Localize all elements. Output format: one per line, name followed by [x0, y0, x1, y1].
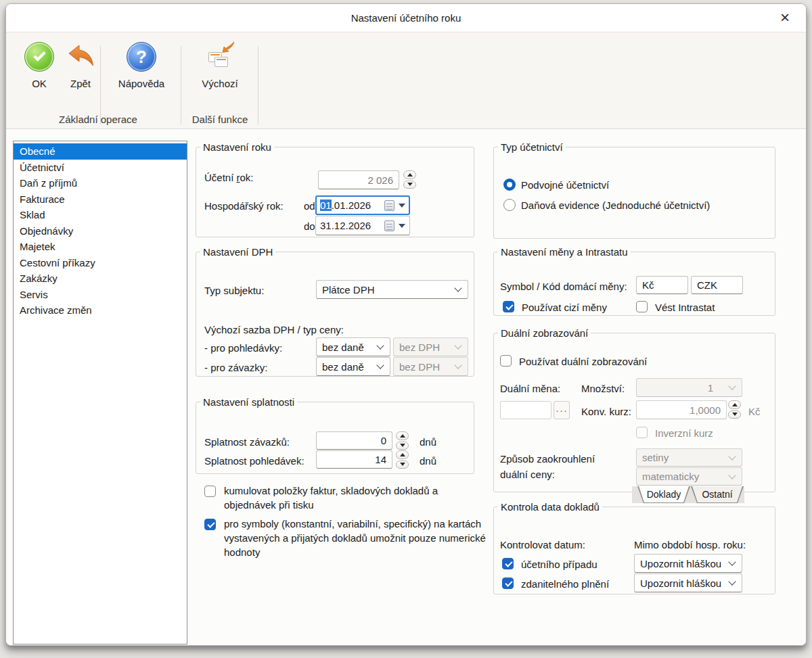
- intrastat-checkbox[interactable]: [636, 301, 648, 312]
- hosp-rok-od-input[interactable]: 01.01.2026: [315, 195, 410, 215]
- sidebar-item-majetek[interactable]: Majetek: [14, 239, 187, 255]
- zaokrouhleni-select[interactable]: setiny: [636, 448, 742, 467]
- chevron-down-icon: [728, 471, 736, 479]
- ucetni-rok-input[interactable]: 2 026: [318, 170, 399, 189]
- pohledavky-cena-select[interactable]: bez DPH: [393, 337, 468, 356]
- dialog-window: Nastavení účetního roku × OK Zpět Nápově…: [5, 3, 807, 646]
- group-nastaveni-dph: Nastavení DPH Typ subjektu: Plátce DPH V…: [196, 246, 474, 377]
- selected-value: Upozornit hláškou: [640, 578, 721, 589]
- kod-meny-input[interactable]: CZK: [691, 276, 743, 294]
- date-selected-segment: 01: [320, 199, 332, 211]
- hosp-rok-do-input[interactable]: 31.12.2026: [315, 216, 410, 235]
- chevron-down-icon: [728, 382, 736, 390]
- ok-button[interactable]: OK: [20, 42, 59, 89]
- sidebar-item-objednavky[interactable]: Objednávky: [14, 223, 187, 239]
- mnozstvi-select[interactable]: 1: [636, 378, 742, 397]
- kontrolovat-datum-label: Kontrolovat datum:: [500, 538, 585, 552]
- danova-evidence-radio[interactable]: [503, 199, 516, 211]
- group-legend: Kontrola data dokladů: [498, 501, 602, 513]
- podvojne-radio[interactable]: [503, 179, 516, 191]
- group-dualni-zobrazovani: Duální zobrazování Používat duální zobra…: [493, 327, 775, 492]
- konv-kurz-input[interactable]: 1,0000: [636, 400, 727, 419]
- cizi-meny-checkbox-label[interactable]: Používat cizí měny: [522, 301, 607, 314]
- sidebar-item-archivace-zmen[interactable]: Archivace změn: [14, 302, 187, 319]
- sidebar-item-servis[interactable]: Servis: [14, 287, 187, 303]
- spin-down-button[interactable]: [728, 410, 741, 419]
- ucetni-rok-label: Účetní rok:: [204, 171, 254, 185]
- sidebar-item-fakturace[interactable]: Fakturace: [14, 191, 187, 208]
- chevron-down-icon: [728, 578, 736, 585]
- ucetniho-pripadu-checkbox-label[interactable]: účetního případu: [521, 558, 597, 571]
- symboly-checkbox-label[interactable]: pro symboly (konstantní, variabilní, spe…: [224, 517, 489, 559]
- splatnost-pohledavek-input[interactable]: 14: [316, 450, 392, 469]
- mnozstvi-label: Množství:: [581, 382, 625, 396]
- tab-label: Doklady: [638, 486, 690, 502]
- date-dropdown-arrow-icon[interactable]: [399, 204, 405, 208]
- ok-label: OK: [32, 78, 47, 89]
- selected-value: bez daně: [322, 342, 364, 353]
- spin-up-button[interactable]: [396, 431, 409, 440]
- splatnost-zavazku-spinner: [396, 431, 409, 450]
- default-button[interactable]: Výchozí: [187, 42, 252, 89]
- kumulovat-checkbox-label[interactable]: kumulovat položky faktur, skladových dok…: [224, 484, 489, 512]
- chevron-down-icon: [376, 361, 384, 369]
- metoda-zaokrouhleni-select[interactable]: matematicky: [636, 467, 742, 486]
- date-rest: .01.2026: [332, 199, 371, 211]
- ok-icon: [24, 42, 54, 72]
- ucetniho-pripadu-checkbox[interactable]: [502, 558, 514, 569]
- ucetniho-pripadu-select[interactable]: Upozornit hláškou: [634, 554, 742, 573]
- sidebar-item-dan-z-prijmu[interactable]: Daň z příjmů: [14, 175, 187, 191]
- splatnost-zavazku-input[interactable]: 0: [316, 431, 392, 450]
- kumulovat-checkbox[interactable]: [204, 486, 216, 497]
- inverzni-kurz-checkbox[interactable]: [636, 427, 648, 438]
- selected-value: Plátce DPH: [322, 284, 375, 296]
- selected-value: bez daně: [322, 361, 364, 373]
- dualni-mena-browse-button[interactable]: ···: [554, 401, 570, 419]
- help-button[interactable]: Nápověda: [109, 42, 174, 89]
- zavazky-cena-select[interactable]: bez DPH: [393, 357, 468, 376]
- spin-down-button[interactable]: [396, 461, 409, 469]
- intrastat-checkbox-label[interactable]: Vést Intrastat: [655, 301, 715, 314]
- sidebar-item-ucetnictvi[interactable]: Účetnictví: [14, 160, 187, 176]
- mimo-obdobi-label: Mimo období hosp. roku:: [634, 538, 746, 552]
- date-dropdown-arrow-icon[interactable]: [399, 224, 405, 228]
- zavazky-sazba-select[interactable]: bez daně: [316, 357, 390, 376]
- cizi-meny-checkbox[interactable]: [503, 301, 514, 312]
- spin-up-button[interactable]: [396, 450, 409, 459]
- help-icon: [127, 42, 156, 72]
- ribbon-toolbar: OK Zpět Nápověda: [6, 32, 806, 129]
- dualni-mena-input[interactable]: [500, 401, 551, 419]
- od-label: od: [304, 199, 315, 213]
- typ-subjektu-select[interactable]: Plátce DPH: [316, 280, 468, 299]
- sidebar-item-cestovni-prikazy[interactable]: Cestovní příkazy: [14, 255, 187, 271]
- dualni-mena-label: Duální měna:: [500, 382, 560, 396]
- symbol-meny-input[interactable]: Kč: [636, 276, 688, 294]
- sidebar-item-zakazky[interactable]: Zakázky: [14, 271, 187, 287]
- selected-value: matematicky: [642, 471, 699, 482]
- ucetni-rok-spinner: [403, 170, 416, 189]
- spin-up-button[interactable]: [728, 400, 741, 409]
- symbol-kod-meny-label: Symbol / Kód domácí měny:: [500, 280, 627, 293]
- sidebar-item-sklad[interactable]: Sklad: [14, 207, 187, 223]
- pro-zavazky-label: - pro závazky:: [204, 361, 267, 375]
- group-nastaveni-splatnosti: Nastavení splatnosti Splatnost závazků: …: [196, 396, 474, 474]
- undo-button[interactable]: Zpět: [62, 42, 99, 89]
- sidebar-item-obecne[interactable]: Obecné: [14, 143, 187, 160]
- spin-up-button[interactable]: [403, 170, 416, 179]
- pohledavky-sazba-select[interactable]: bez daně: [316, 337, 390, 356]
- selected-value: bez DPH: [399, 342, 440, 353]
- spin-down-button[interactable]: [403, 181, 416, 189]
- zdanitelneho-plneni-checkbox[interactable]: [502, 578, 514, 589]
- inverzni-kurz-checkbox-label[interactable]: Inverzní kurz: [655, 427, 713, 440]
- podvojne-radio-label[interactable]: Podvojné účetnictví: [521, 179, 609, 192]
- zdanitelneho-plneni-checkbox-label[interactable]: zdanitelného plnění: [521, 578, 609, 591]
- symboly-checkbox[interactable]: [204, 519, 216, 530]
- kurz-unit-label: Kč: [748, 405, 761, 419]
- dualni-zobrazovani-checkbox[interactable]: [500, 355, 512, 367]
- spin-down-button[interactable]: [396, 442, 409, 450]
- selected-value: 1: [708, 382, 713, 394]
- dualni-zobrazovani-checkbox-label[interactable]: Používat duální zobrazování: [519, 355, 647, 369]
- zdanitelneho-plneni-select[interactable]: Upozornit hláškou: [634, 573, 742, 592]
- danova-evidence-radio-label[interactable]: Daňová evidence (Jednoduché účetnictví): [521, 199, 710, 212]
- close-button[interactable]: ×: [775, 8, 795, 28]
